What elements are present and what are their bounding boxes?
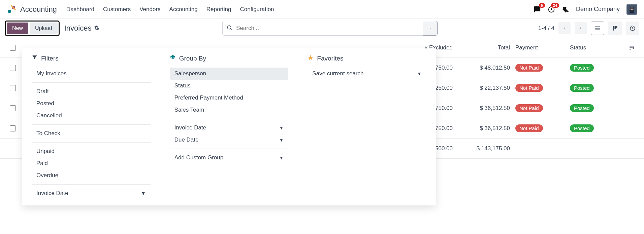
nav-customers[interactable]: Customers xyxy=(103,6,131,13)
svg-line-9 xyxy=(230,29,232,30)
svg-point-0 xyxy=(8,10,11,13)
new-button[interactable]: New xyxy=(7,23,28,34)
filter-draft[interactable]: Draft xyxy=(32,85,151,98)
favorite-save-search-label: Save current search xyxy=(312,70,363,77)
tools-icon[interactable] xyxy=(562,6,569,13)
chevron-down-icon: ▼ xyxy=(279,137,284,143)
payment-badge: Not Paid xyxy=(515,84,543,92)
filter-cancelled[interactable]: Cancelled xyxy=(32,110,151,122)
user-avatar[interactable] xyxy=(626,4,637,15)
activities-icon[interactable]: 24 xyxy=(548,6,555,13)
company-name[interactable]: Demo Company xyxy=(576,6,620,13)
status-badge: Posted xyxy=(570,84,594,92)
nav-reporting[interactable]: Reporting xyxy=(206,6,231,13)
cell-total: $ 48,012.50 xyxy=(453,65,510,71)
groupby-sales-team[interactable]: Sales Team xyxy=(170,104,289,116)
svg-point-8 xyxy=(227,26,231,29)
activities-badge: 24 xyxy=(551,3,559,8)
groupby-payment-method[interactable]: Preferred Payment Method xyxy=(170,92,289,104)
adjust-columns-icon[interactable] xyxy=(624,45,639,51)
groupby-add-custom-label: Add Custom Group xyxy=(174,154,224,159)
messages-icon[interactable]: 5 xyxy=(534,6,541,13)
messages-badge: 5 xyxy=(539,3,545,8)
breadcrumb: Invoices xyxy=(64,24,100,33)
funnel-icon xyxy=(32,54,38,62)
star-icon xyxy=(308,54,314,62)
col-status[interactable]: Status xyxy=(567,44,624,51)
filters-column: Filters My Invoices Draft Posted Cancell… xyxy=(22,54,160,159)
col-total[interactable]: Total xyxy=(453,44,510,51)
svg-rect-2 xyxy=(11,5,16,10)
search-icon xyxy=(227,25,233,32)
row-checkbox[interactable] xyxy=(10,65,16,71)
payment-badge: Not Paid xyxy=(515,104,543,112)
filter-my-invoices[interactable]: My Invoices xyxy=(32,68,151,80)
favorites-title: Favorites xyxy=(317,55,343,62)
groupby-due-date-label: Due Date xyxy=(174,136,199,143)
groupby-due-date[interactable]: Due Date ▼ xyxy=(170,134,289,146)
svg-rect-7 xyxy=(630,7,634,9)
nav-links: Dashboard Customers Vendors Accounting R… xyxy=(66,6,274,13)
groupby-salesperson[interactable]: Salesperson xyxy=(170,68,289,80)
svg-rect-6 xyxy=(630,10,634,13)
search-input[interactable] xyxy=(236,25,433,32)
nav-vendors[interactable]: Vendors xyxy=(139,6,160,13)
svg-rect-12 xyxy=(616,26,617,28)
payment-badge: Not Paid xyxy=(515,64,543,72)
nav-dashboard[interactable]: Dashboard xyxy=(66,6,94,13)
row-checkbox[interactable] xyxy=(10,85,16,91)
filter-paid[interactable]: Paid xyxy=(32,157,151,159)
pager-text: 1-4 / 4 xyxy=(538,25,554,32)
status-badge: Posted xyxy=(570,124,594,132)
top-nav: Accounting Dashboard Customers Vendors A… xyxy=(0,0,644,19)
status-badge: Posted xyxy=(570,104,594,112)
groupby-invoice-date-label: Invoice Date xyxy=(174,124,206,131)
activity-view-button[interactable] xyxy=(626,22,639,35)
favorite-save-search[interactable]: Save current search ▼ xyxy=(308,68,426,80)
status-badge: Posted xyxy=(570,64,594,72)
cell-total: $ 36,512.50 xyxy=(453,125,510,132)
groupby-column: Group By Salesperson Status Preferred Pa… xyxy=(160,54,298,159)
row-checkbox[interactable] xyxy=(10,105,16,111)
chevron-down-icon: ▼ xyxy=(279,125,284,130)
row-checkbox[interactable] xyxy=(10,125,16,131)
app-logo-icon xyxy=(7,5,16,14)
groupby-title: Group By xyxy=(179,55,206,62)
select-all-checkbox[interactable] xyxy=(10,45,16,51)
app-title: Accounting xyxy=(20,5,57,14)
new-upload-group: New Upload xyxy=(5,21,60,36)
chevron-down-icon: ▼ xyxy=(279,155,284,159)
filter-unpaid[interactable]: Unpaid xyxy=(32,145,151,157)
search-box[interactable] xyxy=(222,21,438,36)
filters-title: Filters xyxy=(41,55,59,62)
col-payment[interactable]: Payment xyxy=(510,44,567,51)
cell-total: $ 36,512.50 xyxy=(453,105,510,112)
list-view-button[interactable] xyxy=(591,22,604,35)
breadcrumb-text: Invoices xyxy=(64,24,92,33)
footer-total: $ 143,175.00 xyxy=(453,145,510,152)
upload-button[interactable]: Upload xyxy=(30,23,58,34)
groupby-invoice-date[interactable]: Invoice Date ▼ xyxy=(170,122,289,134)
filter-posted[interactable]: Posted xyxy=(32,98,151,110)
chevron-down-icon: ▼ xyxy=(417,71,422,76)
favorites-column: Favorites Save current search ▼ xyxy=(298,54,436,159)
filter-to-check[interactable]: To Check xyxy=(32,127,151,140)
search-dropdown-toggle[interactable] xyxy=(423,21,438,36)
gear-icon[interactable] xyxy=(94,24,99,33)
kanban-view-button[interactable] xyxy=(608,22,622,35)
brand[interactable]: Accounting xyxy=(7,5,57,14)
payment-badge: Not Paid xyxy=(515,124,543,132)
search-options-panel: Filters My Invoices Draft Posted Cancell… xyxy=(22,48,436,159)
groupby-status[interactable]: Status xyxy=(170,80,289,92)
cell-total: $ 22,137.50 xyxy=(453,85,510,91)
pager-prev-button[interactable] xyxy=(558,22,571,34)
action-bar: New Upload Invoices 1-4 / 4 xyxy=(0,19,644,38)
nav-accounting[interactable]: Accounting xyxy=(169,6,198,13)
pager-next-button[interactable] xyxy=(575,22,587,34)
svg-rect-10 xyxy=(613,26,614,31)
nav-configuration[interactable]: Configuration xyxy=(240,6,274,13)
layers-icon xyxy=(170,54,176,62)
svg-rect-11 xyxy=(615,26,616,29)
groupby-add-custom[interactable]: Add Custom Group ▼ xyxy=(170,152,289,159)
